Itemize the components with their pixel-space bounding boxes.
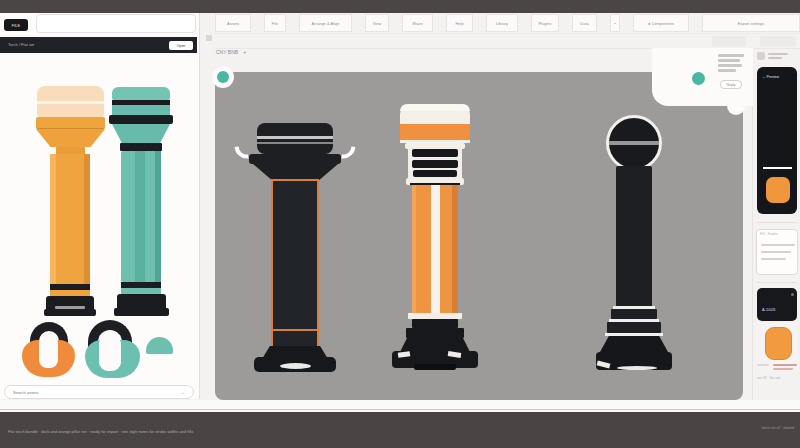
- dark-band-1: [412, 319, 458, 328]
- menu-item-help[interactable]: Help: [446, 14, 473, 32]
- reply-button[interactable]: Reply: [720, 80, 742, 89]
- status-bar: Flat torch bundle · dark and orange pill…: [0, 412, 800, 448]
- asset-search-bar[interactable]: ⌄: [4, 385, 194, 399]
- thread-band-3: [413, 170, 457, 177]
- ring-1: [611, 309, 657, 319]
- text-line: [773, 368, 793, 370]
- comment-avatar-teal-2[interactable]: [692, 72, 705, 85]
- dark-band-2: [406, 328, 464, 338]
- menu-item-assets[interactable]: Assets: [215, 14, 251, 32]
- divider-line: [763, 167, 792, 169]
- base-ellipse: [280, 363, 311, 369]
- swatch-card[interactable]: [756, 322, 798, 369]
- menu-item-export[interactable]: Export settings: [702, 14, 800, 32]
- spec-card[interactable]: Fill · Stroke: [756, 229, 798, 275]
- menu-item-share[interactable]: Share: [402, 14, 433, 32]
- status-caption: Flat torch bundle · dark and orange pill…: [8, 429, 258, 434]
- menu-item-arrange[interactable]: Arrange & Align: [299, 14, 352, 32]
- bottom-strip: [0, 400, 800, 412]
- text-line: [718, 64, 742, 67]
- text-line: [761, 244, 795, 246]
- menu-bar: Assets File Arrange & Align View Share H…: [215, 14, 800, 32]
- frame-label[interactable]: CNY BNB +: [216, 48, 246, 57]
- section-divider: [757, 222, 797, 223]
- toolbar-chip-left[interactable]: [712, 36, 746, 47]
- base-bottom-line: [617, 366, 657, 370]
- body-divider-line: [273, 329, 317, 331]
- orange-band: [400, 124, 470, 141]
- bottom-strip-shadow: [0, 409, 800, 410]
- base-flare: [400, 338, 470, 352]
- pillar-body: [271, 179, 319, 348]
- text-line: [768, 57, 782, 59]
- comment-avatar-teal[interactable]: [217, 71, 229, 83]
- column-highlight: [412, 185, 416, 313]
- menu-item-library[interactable]: Library: [486, 14, 518, 32]
- status-dot: [791, 293, 794, 296]
- menu-item-components[interactable]: ● Components: [633, 14, 689, 32]
- text-line: [718, 59, 740, 62]
- cap-line-light: [257, 136, 333, 139]
- section-divider: [757, 282, 797, 283]
- code-label: A-100S: [762, 307, 775, 312]
- sidebar-header-icon[interactable]: [757, 52, 765, 60]
- code-card-dark[interactable]: A-100S: [757, 288, 797, 321]
- ring-2: [607, 322, 661, 333]
- menu-item-dot[interactable]: •: [610, 14, 620, 32]
- base-flare: [600, 336, 668, 352]
- head-line: [609, 141, 662, 145]
- spec-card-title: Fill · Stroke: [760, 233, 778, 237]
- title-bar: [0, 0, 800, 13]
- thread-band-2: [412, 160, 458, 168]
- comment-panel-tab: [727, 97, 745, 115]
- menu-item-file[interactable]: File: [264, 14, 286, 32]
- menu-item-data[interactable]: Data: [572, 14, 597, 32]
- column-shade: [452, 185, 458, 313]
- menu-item-view[interactable]: View: [365, 14, 389, 32]
- cap-line-dark: [257, 142, 333, 144]
- thread-band-1: [412, 149, 458, 157]
- status-caption-right: torch-set-v2 · shared: [762, 426, 794, 430]
- base-foot: [414, 364, 456, 370]
- orange-swatch-large[interactable]: [765, 327, 792, 360]
- pillar-column: [616, 166, 652, 308]
- chevron-down-icon[interactable]: ⌄: [181, 389, 185, 395]
- text-line: [768, 53, 788, 55]
- back-link[interactable]: ← Preview: [762, 75, 779, 79]
- text-line: [773, 364, 797, 366]
- menu-item-plugins[interactable]: Plugins: [531, 14, 559, 32]
- frame-name[interactable]: CNY BNB: [216, 50, 238, 56]
- text-line: [761, 258, 786, 260]
- app-window: Assets File Arrange & Align View Share H…: [0, 0, 800, 448]
- text-line: [761, 251, 791, 253]
- head-circle: [606, 115, 662, 171]
- cream-cap-highlight: [400, 104, 470, 111]
- pillar-lip: [249, 154, 341, 164]
- text-line: [718, 54, 744, 57]
- toolbar-square-icon[interactable]: [206, 35, 212, 41]
- padlock-keyhole: [99, 335, 121, 371]
- preview-card-dark[interactable]: ← Preview: [757, 67, 797, 214]
- text-line: [718, 69, 736, 72]
- orange-swatch[interactable]: [766, 177, 790, 203]
- left-panel: FILE Torch / Flat set Open: [0, 13, 200, 399]
- toolbar-chip-right[interactable]: [760, 36, 796, 47]
- text-line: [757, 364, 769, 366]
- column-white-stripe: [431, 185, 440, 313]
- sidebar-footnote: rev 02 · flat set: [757, 377, 780, 381]
- search-input[interactable]: [13, 390, 163, 395]
- menu-divider: [215, 33, 800, 34]
- white-sep-3: [605, 333, 663, 336]
- frame-menu-icon[interactable]: +: [243, 50, 246, 56]
